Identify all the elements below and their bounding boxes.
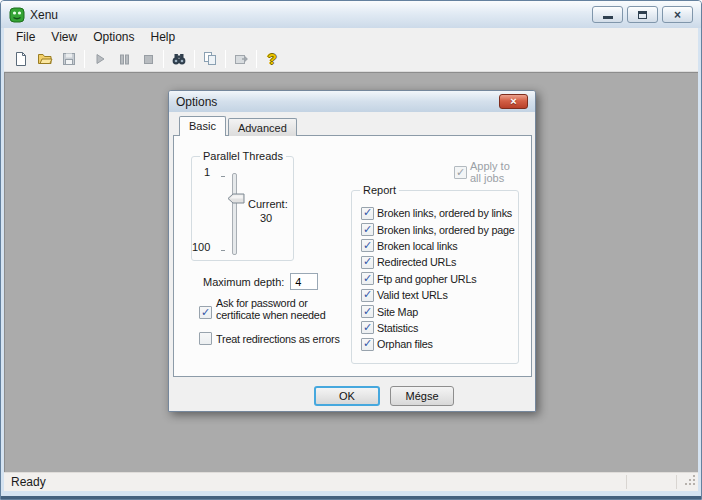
status-bar: Ready [4, 472, 698, 491]
checkbox-label[interactable]: Ask for password or certificate when nee… [216, 297, 348, 322]
checkbox-label[interactable]: Redirected URLs [377, 256, 456, 268]
checkbox-label[interactable]: Site Map [377, 306, 418, 318]
maximize-button[interactable] [627, 6, 658, 23]
report-row: ✓ Ftp and gopher URLs [361, 271, 516, 287]
slider-max-label: 100 [192, 241, 210, 253]
check-mark: ✓ [363, 273, 372, 284]
check-mark: ✓ [363, 322, 372, 333]
title-bar[interactable]: Xenu × [1, 1, 701, 28]
dialog-close-button[interactable]: × [499, 94, 528, 109]
close-icon: × [674, 9, 681, 21]
copy-icon [202, 51, 218, 67]
checkbox[interactable]: ✓ [199, 306, 212, 319]
maximum-depth-label: Maximum depth: [203, 276, 284, 288]
new-document-icon [13, 51, 29, 67]
find-button[interactable] [167, 48, 191, 70]
toolbar: ? [4, 46, 698, 72]
slider-min-label: 1 [194, 166, 210, 178]
report-row: ✓ Site Map [361, 303, 516, 319]
report-row: ✓ Broken links, ordered by links [361, 205, 516, 221]
treat-redirections-checkbox-row: Treat redirections as errors [199, 332, 340, 345]
tab-advanced[interactable]: Advanced [228, 118, 297, 136]
checkbox-label[interactable]: Ftp and gopher URLs [377, 273, 476, 285]
check-mark: ✓ [363, 207, 372, 218]
check-mark: ✓ [363, 306, 372, 317]
report-row: ✓ Broken links, ordered by page [361, 221, 516, 237]
close-button[interactable]: × [662, 6, 693, 23]
checkbox[interactable]: ✓ [361, 207, 374, 220]
tab-strip: Basic Advanced [179, 116, 297, 136]
open-button[interactable] [33, 48, 57, 70]
checkbox-label[interactable]: Valid text URLs [377, 289, 448, 301]
checkbox[interactable]: ✓ [361, 223, 374, 236]
cancel-button[interactable]: Mégse [390, 386, 454, 406]
menu-options[interactable]: Options [85, 29, 142, 45]
report-row: ✓ Broken local links [361, 238, 516, 254]
new-document-button[interactable] [9, 48, 33, 70]
toolbar-separator [194, 50, 195, 68]
close-icon: × [510, 96, 516, 107]
checkbox[interactable]: ✓ [361, 321, 374, 334]
checkbox-label[interactable]: Treat redirections as errors [216, 333, 340, 345]
copy-button[interactable] [198, 48, 222, 70]
save-icon [61, 51, 77, 67]
check-mark: ✓ [363, 224, 372, 235]
menu-bar: File View Options Help [4, 28, 698, 46]
checkbox[interactable]: ✓ [361, 289, 374, 302]
check-mark: ✓ [201, 307, 210, 318]
toolbar-separator [256, 50, 257, 68]
maximum-depth-row: Maximum depth: [203, 273, 318, 290]
current-value: 30 [248, 212, 284, 224]
toolbar-separator [163, 50, 164, 68]
check-mark: ✓ [363, 256, 372, 267]
binoculars-find-icon [171, 51, 187, 67]
checkbox[interactable]: ✓ [361, 256, 374, 269]
checkbox[interactable]: ✓ [454, 166, 467, 179]
threads-slider-track[interactable] [232, 173, 237, 255]
play-icon [92, 51, 108, 67]
current-label: Current: [248, 198, 288, 210]
checkbox-label[interactable]: Broken local links [377, 240, 457, 252]
report-row: ✓ Statistics [361, 320, 516, 336]
tab-basic[interactable]: Basic [179, 116, 226, 136]
checkbox-label[interactable]: Broken links, ordered by links [377, 207, 512, 219]
properties-button[interactable] [229, 48, 253, 70]
check-mark: ✓ [363, 338, 372, 349]
save-button[interactable] [57, 48, 81, 70]
start-button[interactable] [88, 48, 112, 70]
dialog-title: Options [176, 95, 217, 109]
checkbox-label[interactable]: Statistics [377, 322, 418, 334]
menu-view[interactable]: View [43, 29, 85, 45]
group-label: Parallel Threads [200, 150, 286, 162]
stop-button[interactable] [136, 48, 160, 70]
minimize-icon [603, 16, 613, 19]
threads-slider-thumb[interactable] [227, 193, 245, 206]
group-label: Report [360, 184, 399, 196]
checkbox[interactable]: ✓ [361, 239, 374, 252]
status-text: Ready [11, 475, 46, 489]
open-folder-icon [37, 51, 53, 67]
checkbox[interactable]: ✓ [361, 272, 374, 285]
basic-tab-page: Parallel Threads 1 100 Current: 30 ✓ [173, 135, 532, 377]
options-dialog: Options × Basic Advanced Parallel Thread… [168, 90, 536, 412]
report-row: ✓ Orphan files [361, 336, 516, 352]
minimize-button[interactable] [592, 6, 623, 23]
maximize-icon [638, 11, 647, 19]
menu-help[interactable]: Help [143, 29, 184, 45]
menu-file[interactable]: File [8, 29, 43, 45]
checkbox[interactable] [199, 332, 212, 345]
checkbox[interactable]: ✓ [361, 338, 374, 351]
check-mark: ✓ [363, 240, 372, 251]
checkbox[interactable]: ✓ [361, 305, 374, 318]
ok-button[interactable]: OK [314, 386, 380, 406]
xenu-window: Xenu × File View Options Help [0, 0, 702, 500]
maximum-depth-input[interactable] [290, 273, 318, 290]
checkbox-label[interactable]: Orphan files [377, 338, 433, 350]
slider-tick [221, 250, 225, 251]
pause-button[interactable] [112, 48, 136, 70]
dialog-title-bar[interactable]: Options × [169, 91, 535, 112]
report-row: ✓ Valid text URLs [361, 287, 516, 303]
help-button[interactable]: ? [260, 48, 284, 70]
resize-grip[interactable] [685, 475, 696, 489]
checkbox-label[interactable]: Broken links, ordered by page [377, 224, 515, 236]
